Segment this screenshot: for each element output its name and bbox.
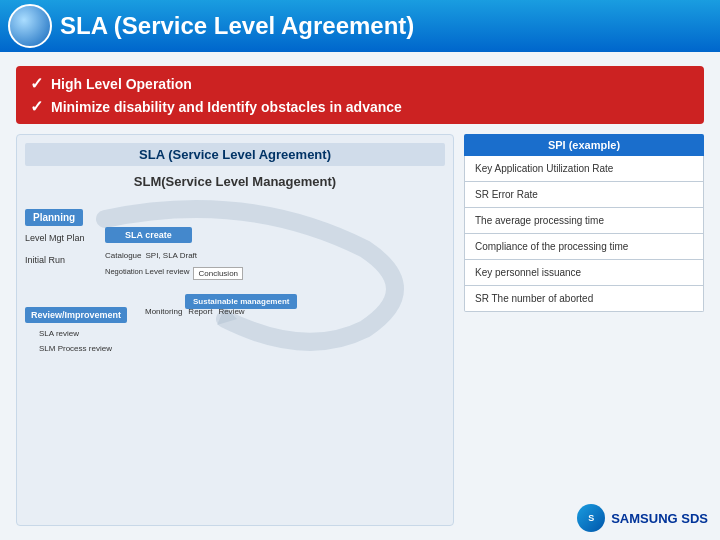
level-mgt-label: Level Mgt Plan <box>25 233 85 243</box>
catalogue-row: Catalogue SPI, SLA Draft <box>105 251 197 260</box>
samsung-logo: S SAMSUNG SDS <box>577 504 708 532</box>
negotiation-label: Negotiation <box>105 267 141 276</box>
spi-item-6: SR The number of aborted <box>464 286 704 312</box>
spi-header: SPI (example) <box>464 134 704 156</box>
spi-item-5: Key personnel issuance <box>464 260 704 286</box>
sla-review-label: SLA review <box>39 329 79 338</box>
monitoring-row: Monitoring Report Review <box>145 307 245 316</box>
spi-item-4: Compliance of the processing time <box>464 234 704 260</box>
checkmark-icon-1: ✓ <box>30 74 43 93</box>
spi-item-1: Key Application Utilization Rate <box>464 156 704 182</box>
negotiation-row: Negotiation Level review Conclusion <box>105 267 243 280</box>
checklist-item-1: ✓ High Level Operation <box>30 74 690 93</box>
catalogue-label: Catalogue <box>105 251 141 260</box>
content-row: SLA (Service Level Agreement) SLM(Servic… <box>16 134 704 526</box>
checklist-label-1: High Level Operation <box>51 76 192 92</box>
spi-item-3: The average processing time <box>464 208 704 234</box>
slm-title: SLM(Service Level Management) <box>25 174 445 189</box>
review-improvement-box: Review/Improvement <box>25 307 127 323</box>
spi-draft-label: SPI, SLA Draft <box>145 251 197 260</box>
right-panel: SPI (example) Key Application Utilizatio… <box>464 134 704 526</box>
report-label: Report <box>188 307 212 316</box>
samsung-circle-icon: S <box>577 504 605 532</box>
conclusion-label: Conclusion <box>193 267 243 280</box>
planning-box: Planning <box>25 209 83 226</box>
main-content: ✓ High Level Operation ✓ Minimize disabi… <box>0 52 720 540</box>
spi-item-2: SR Error Rate <box>464 182 704 208</box>
left-panel: SLA (Service Level Agreement) SLM(Servic… <box>16 134 454 526</box>
initial-run-label: Initial Run <box>25 255 65 265</box>
slm-diagram: Planning Level Mgt Plan Initial Run SLA … <box>25 199 445 399</box>
checklist-section: ✓ High Level Operation ✓ Minimize disabi… <box>16 66 704 124</box>
checkmark-icon-2: ✓ <box>30 97 43 116</box>
slm-process-label: SLM Process review <box>39 344 112 353</box>
monitoring-label: Monitoring <box>145 307 182 316</box>
sla-create-box: SLA create <box>105 227 192 243</box>
samsung-sds-label: SAMSUNG SDS <box>611 511 708 526</box>
page-title: SLA (Service Level Agreement) <box>60 12 414 40</box>
checklist-label-2: Minimize disability and Identify obstacl… <box>51 99 402 115</box>
checklist-item-2: ✓ Minimize disability and Identify obsta… <box>30 97 690 116</box>
header: SLA (Service Level Agreement) <box>0 0 720 52</box>
review-item-label: Review <box>218 307 244 316</box>
left-panel-title: SLA (Service Level Agreement) <box>25 143 445 166</box>
level-review-label: Level review <box>145 267 189 276</box>
header-circle-icon <box>8 4 52 48</box>
